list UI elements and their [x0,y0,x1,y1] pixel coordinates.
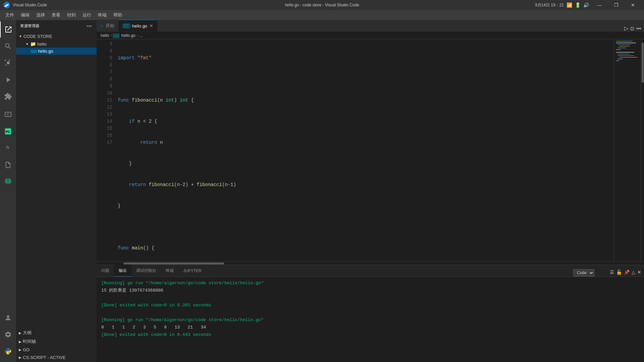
split-editor-icon[interactable]: ⊡ [630,26,634,31]
restore-button[interactable]: ❐ [608,0,624,10]
panel-tab-terminal[interactable]: 终端 [161,265,178,277]
tab-close-icon[interactable]: ✕ [149,23,153,28]
tab-bar: ▷ 开始 GO hello.go ✕ ▷ ⊡ ••• [97,20,644,32]
menu-terminal[interactable]: 终端 [95,11,109,19]
sidebar-csscript-header[interactable]: ▶ CS-SCRIPT - ACTIVE [16,354,97,361]
svg-rect-17 [616,60,619,61]
tab-start[interactable]: ▷ 开始 [97,20,119,32]
activity-account[interactable] [0,310,16,326]
code-line-3: import "fmt" [115,55,614,62]
panel-close-icon[interactable]: ✕ [637,269,641,275]
main-container: PC [0,20,644,362]
svg-rect-15 [619,57,638,58]
sidebar-item-hello-folder[interactable]: ▼ 📁 hello [16,40,97,48]
minimize-button[interactable]: — [592,0,607,10]
svg-rect-6 [616,41,633,42]
vertical-scrollbar[interactable] [641,39,644,261]
close-button[interactable]: ✕ [625,0,641,10]
svg-rect-12 [616,52,634,53]
panel-pin-icon[interactable]: 📌 [624,269,630,275]
sidebar-item-hello-go[interactable]: GO hello.go [16,48,97,55]
more-actions-icon[interactable]: ••• [636,26,641,31]
sidebar-header-icons: ••• [86,23,93,29]
menu-edit[interactable]: 编辑 [18,11,32,19]
horizontal-scrollbar[interactable] [97,261,644,265]
menu-bar: 文件 编辑 选择 查看 转到 运行 终端 帮助 [0,10,644,20]
vscode-tab-icon: ▷ [101,23,104,28]
breadcrumb-go-icon: GO [113,34,119,38]
activity-python[interactable] [0,343,16,359]
svg-rect-9 [619,46,629,47]
window-controls: — ❐ ✕ [592,0,641,10]
sidebar-go-header[interactable]: ▶ GO [16,346,97,354]
timeline-chevron-icon: ▶ [19,340,21,344]
svg-rect-16 [618,59,623,59]
svg-point-5 [7,315,9,318]
datetime-display: 9月14日 19：21 [535,2,564,8]
menu-help[interactable]: 帮助 [111,11,125,19]
activity-test[interactable] [0,140,16,156]
menu-run[interactable]: 运行 [80,11,94,19]
sidebar-timeline-header[interactable]: ▶ 时间轴 [16,337,97,346]
codestore-label: CODE STORE [23,34,52,39]
svg-text:PC: PC [6,130,10,133]
codestore-chevron-icon: ▼ [19,35,22,38]
panel-expand-icon[interactable]: △ [632,269,635,275]
output-line-3: [Done] exited with code=0 in 0.365 secon… [101,302,639,309]
sidebar: 资源管理器 ••• ▼ CODE STORE ▼ 📁 hello GO hell… [16,20,97,362]
activity-notebook[interactable] [0,157,16,173]
breadcrumb-sep2: › [137,33,138,38]
vscode-label: Visual Studio Code [13,3,47,7]
svg-rect-1 [5,112,11,117]
sidebar-more-icon[interactable]: ••• [86,23,93,29]
code-line-12: func main() { [115,245,614,252]
activity-bar: PC [0,20,16,362]
menu-goto[interactable]: 转到 [64,11,78,19]
panel-output-dropdown[interactable]: Code [573,269,594,277]
activity-run-debug[interactable] [0,72,16,88]
panel-tab-jupyter[interactable]: JUPYTER [178,265,206,277]
panel-tab-output[interactable]: 输出 [114,265,131,277]
run-icon[interactable]: ▷ [624,25,628,32]
activity-settings[interactable] [0,326,16,343]
go-tab-icon: GO [123,24,130,28]
go-file-icon: GO [31,49,37,53]
code-line-4 [115,76,614,83]
battery-icon: 🔋 [575,2,581,8]
sidebar-section-codestore-header[interactable]: ▼ CODE STORE [16,33,97,40]
code-editor[interactable]: 3 4 5 6 7 8 9 10 11 12 13 14 15 16 17 [97,39,644,261]
menu-view[interactable]: 查看 [49,11,63,19]
network-icon: 📶 [567,2,572,8]
panel-lock-icon[interactable]: 🔓 [616,269,622,275]
activity-search[interactable] [0,38,16,54]
csscript-label: CS-SCRIPT - ACTIVE [23,355,66,360]
activity-scm[interactable] [0,55,16,71]
sound-icon: 🔊 [583,2,589,8]
sidebar-dagang-header[interactable]: ▶ 大纲 [16,328,97,337]
svg-rect-14 [618,55,634,56]
panel-list-icon[interactable]: ☰ [610,269,614,275]
sidebar-bottom-sections: ▶ 大纲 ▶ 时间轴 ▶ GO ▶ CS-SCRIPT - ACTIVE [16,328,97,362]
menu-file[interactable]: 文件 [3,11,17,19]
activity-remote[interactable] [0,107,16,123]
breadcrumb-dots[interactable]: ... [140,33,143,38]
code-content: import "fmt" func fibonacci(n int) int {… [115,39,614,261]
timeline-label: 时间轴 [23,339,36,345]
panel-tab-debug-console[interactable]: 调试控制台 [131,265,161,277]
breadcrumb-sep1: › [110,33,112,38]
sidebar-header: 资源管理器 ••• [16,20,97,32]
panel-tab-problems[interactable]: 问题 [97,265,114,277]
go-chevron-icon: ▶ [19,348,21,352]
activity-db[interactable] [0,174,16,190]
dagang-chevron-icon: ▶ [19,331,21,335]
activity-pycharm[interactable]: PC [0,123,16,139]
activity-extensions[interactable] [0,88,16,105]
output-line-2: 15 的阶乘是 1307674368000 [101,287,639,294]
output-line-5: 0 1 1 2 3 5 8 13 21 34 [101,324,639,331]
activity-explorer[interactable] [0,21,16,38]
tab-hello-go[interactable]: GO hello.go ✕ [119,20,157,32]
menu-select[interactable]: 选择 [34,11,48,19]
breadcrumb-hello-go[interactable]: GO hello.go [113,33,135,38]
output-line-4: [Running] go run "/home/algernon/go/code… [101,316,639,324]
breadcrumb-hello[interactable]: hello [101,33,109,38]
